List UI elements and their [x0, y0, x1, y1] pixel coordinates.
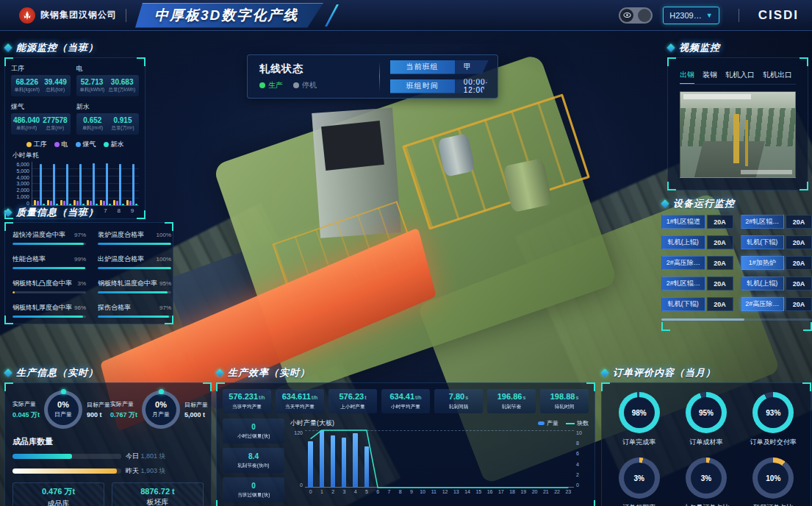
order-donut-label: 小欠量订单占比	[683, 503, 729, 506]
panel-energy: 能源监控（当班） 工序68.226单耗(kgce/t)39.449总耗(tce)…	[4, 41, 145, 219]
visibility-toggle[interactable]	[619, 7, 653, 24]
line-status-field-label: 当前班组	[390, 60, 455, 74]
line-status-left: 轧线状态 生产停机	[259, 63, 369, 90]
efficiency-card-unit: t/h	[259, 395, 265, 400]
energy-ytick: 6,000	[16, 162, 29, 167]
quality-label: 探伤合格率	[98, 303, 131, 313]
hour-chart-ytick-right: 8	[576, 441, 579, 446]
efficiency-card-label: 轧制节奏	[490, 403, 533, 410]
legend-dot-icon	[54, 142, 60, 147]
energy-metric-unit: 单耗(kWh/t)	[79, 86, 104, 93]
quality-label: 超快冷温度命中率	[12, 230, 65, 240]
diamond-icon	[600, 368, 608, 377]
efficiency-stat: 8.4轧制节奏(块/h)	[223, 448, 284, 473]
device-row[interactable]: 2#轧区辊…20A	[741, 215, 812, 229]
efficiency-card: 634.611t/h当天平均产量	[276, 389, 324, 413]
order-donut: 93%订单及时交付率	[742, 392, 805, 447]
energy-bar-group	[87, 163, 98, 205]
hour-chart-xtick: 11	[428, 489, 439, 494]
line-status-field-value: 甲	[455, 60, 489, 74]
energy-bar	[73, 200, 76, 205]
energy-bar-group	[34, 164, 45, 205]
hour-chart-xtick: 1	[316, 489, 327, 494]
order-donut-percent: 3%	[686, 457, 727, 499]
panel-orders-title: 订单评价内容（当月）	[601, 366, 811, 380]
legend-item: 工序	[26, 140, 47, 149]
cisdi-logo: CISDI	[758, 8, 799, 23]
quality-progress-track	[98, 267, 171, 269]
device-row[interactable]: 1#加热炉20A	[741, 256, 812, 270]
quality-progress-track	[98, 291, 171, 293]
device-row[interactable]: 2#高压除…20A	[661, 256, 733, 270]
line-status-field-value: 00:00-12:00	[455, 79, 489, 93]
quality-item-row: 装炉温度合格率100%	[98, 230, 171, 240]
panel-efficiency: 生产效率（实时） 576.231t/h当班平均产量634.611t/h当天平均产…	[216, 366, 595, 506]
eye-icon	[620, 9, 633, 22]
panel-video-title: 视频监控	[667, 41, 808, 54]
device-label: 2#轧区辊…	[741, 215, 785, 229]
efficiency-stat: 0小时过钢量(块)	[223, 418, 284, 443]
warehouse-box: 8876.72 t板坯库	[112, 482, 204, 506]
quality-item: 钢板终轧凸度命中率3%	[12, 279, 86, 293]
chevron-down-icon: ▼	[706, 12, 713, 19]
energy-bar	[47, 200, 49, 205]
device-value: 20A	[707, 215, 733, 229]
device-row[interactable]: 2#高压除…20A	[741, 297, 812, 311]
energy-bar	[103, 201, 105, 205]
energy-metric-unit: 总量(万m³)	[109, 124, 135, 131]
energy-chart-plot	[32, 162, 139, 206]
line-status-field-label: 班组时间	[390, 79, 455, 93]
energy-bar	[87, 200, 89, 205]
device-row[interactable]: 1#轧区辊道20A	[661, 215, 733, 229]
device-row[interactable]: 轧机(下辊)20A	[741, 235, 812, 249]
quality-value: 97%	[74, 232, 86, 238]
order-donuts: 98%订单完成率95%订单成材率93%订单及时交付率3%订单超期率3%小欠量订单…	[608, 392, 805, 506]
line-status-title: 轧线状态	[259, 63, 369, 76]
device-value: 20A	[707, 277, 733, 291]
efficiency-card-label: 小时平均产量	[384, 403, 428, 410]
legend-dot-icon	[26, 142, 32, 147]
device-row[interactable]: 2#轧区辊…20A	[661, 277, 733, 291]
order-donut-ring: 3%	[686, 457, 727, 499]
device-row[interactable]: 轧机(下辊)20A	[661, 297, 733, 311]
video-tab-4[interactable]: 轧机出口	[763, 70, 792, 80]
hour-chart-xtick: 6	[373, 489, 384, 494]
quality-label: 性能合格率	[12, 254, 46, 264]
energy-bar	[100, 200, 102, 205]
cctv-video-feed[interactable]	[680, 91, 796, 178]
quality-item-row: 钢板终轧厚度命中率96%	[12, 303, 86, 313]
quality-label: 钢板终轧凸度命中率	[12, 279, 72, 288]
company-logo: 陕钢集团汉钢公司	[19, 7, 117, 24]
panel-quality: 质量信息（当班） 超快冷温度命中率97%装炉温度合格率100%性能合格率99%出…	[4, 206, 173, 324]
panel-line-status: 轧线状态 生产停机 当前班组甲班组时间00:00-12:00	[247, 54, 498, 99]
camera-select[interactable]: H2309… ▼	[663, 7, 719, 24]
efficiency-card-value: 634.41t/h	[383, 392, 428, 401]
hour-chart-xtick: 20	[529, 489, 540, 494]
quality-progress-fill	[12, 243, 84, 245]
company-logo-icon	[19, 7, 35, 24]
hour-chart-xtick: 14	[462, 489, 473, 494]
order-donut-percent: 93%	[752, 392, 794, 433]
diamond-icon	[4, 43, 12, 51]
energy-bar	[90, 201, 92, 205]
energy-bar	[129, 201, 132, 205]
efficiency-cards: 576.231t/h当班平均产量634.611t/h当天平均产量576.23t上…	[223, 389, 589, 413]
video-tab-2[interactable]: 装钢	[703, 70, 717, 80]
efficiency-card: 576.23t上小时产量	[328, 389, 377, 413]
warehouse-bar-label: 今日 1,801 块	[126, 452, 166, 461]
device-row[interactable]: 轧机(上辊)20A	[741, 277, 812, 291]
diamond-icon	[215, 368, 223, 377]
energy-bar	[53, 164, 55, 205]
video-tab-1[interactable]: 出钢	[680, 70, 694, 80]
device-row[interactable]: 轧机(上辊)20A	[661, 235, 733, 249]
energy-metric: 52.713单耗(kWh/t)	[79, 78, 106, 93]
video-tab-3[interactable]: 轧机入口	[725, 70, 755, 80]
efficiency-card-value: 7.80s	[436, 392, 481, 401]
energy-bar	[79, 164, 82, 205]
energy-metric-value: 52.713	[79, 78, 106, 86]
hour-chart-legend-item: 块数	[566, 419, 589, 427]
quality-item-row: 钢板终轧温度命中率95%	[98, 279, 171, 288]
panel-energy-title: 能源监控（当班）	[4, 41, 145, 54]
energy-bar-group	[100, 163, 111, 205]
energy-bar	[116, 201, 118, 205]
